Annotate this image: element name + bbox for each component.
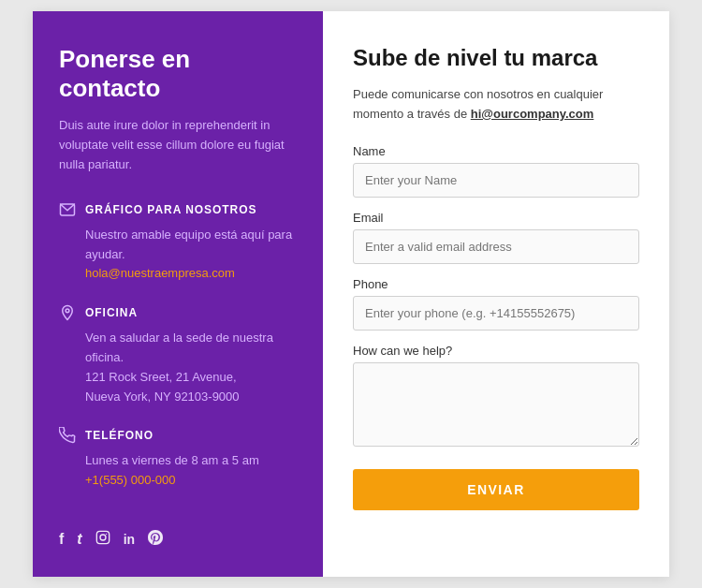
right-description: Puede comunicarse con nosotros en cualqu… <box>353 85 639 125</box>
graphic-section-body: Nuestro amable equipo está aquí para ayu… <box>59 226 297 284</box>
left-description: Duis aute irure dolor in reprehenderit i… <box>59 116 297 174</box>
graphic-section-title: GRÁFICO PARA NOSOTROS <box>85 203 257 216</box>
envelope-icon <box>59 201 76 218</box>
name-input[interactable] <box>353 163 639 198</box>
phone-number[interactable]: +1(555) 000-000 <box>85 471 297 491</box>
svg-rect-2 <box>96 531 109 543</box>
contact-section-graphic: GRÁFICO PARA NOSOTROS Nuestro amable equ… <box>59 201 297 284</box>
pinterest-icon[interactable] <box>148 530 163 549</box>
message-form-group: How can we help? <box>353 344 639 450</box>
contact-section-office: OFICINA Ven a saludar a la sede de nuest… <box>59 304 297 406</box>
name-label: Name <box>353 144 639 158</box>
email-label: Email <box>353 211 639 225</box>
section-header-office: OFICINA <box>59 304 297 321</box>
section-header-phone: TELÉFONO <box>59 427 297 444</box>
social-bar: f t in <box>59 511 297 549</box>
left-content: Ponerse en contacto Duis aute irure dolo… <box>59 45 297 511</box>
pin-icon <box>59 304 76 321</box>
email-form-group: Email <box>353 211 639 264</box>
twitter-icon[interactable]: t <box>77 531 81 548</box>
phone-label: Phone <box>353 277 639 291</box>
section-header-graphic: GRÁFICO PARA NOSOTROS <box>59 201 297 218</box>
graphic-body-text: Nuestro amable equipo está aquí para ayu… <box>85 226 297 265</box>
office-section-body: Ven a saludar a la sede de nuestra ofici… <box>59 329 297 406</box>
phone-section-body: Lunes a viernes de 8 am a 5 am +1(555) 0… <box>59 451 297 491</box>
phone-form-group: Phone <box>353 277 639 331</box>
message-label: How can we help? <box>353 344 639 358</box>
office-address1: 121 Rock Sreet, 21 Avenue, <box>85 368 297 388</box>
office-address2: Nueva York, NY 92103-9000 <box>85 388 297 407</box>
phone-section-title: TELÉFONO <box>85 429 154 442</box>
message-textarea[interactable] <box>353 362 639 447</box>
right-panel: Sube de nivel tu marca Puede comunicarse… <box>323 11 669 577</box>
linkedin-icon[interactable]: in <box>124 532 135 547</box>
email-input[interactable] <box>353 229 639 264</box>
instagram-icon[interactable] <box>95 530 110 549</box>
main-container: Ponerse en contacto Duis aute irure dolo… <box>33 11 669 577</box>
contact-section-phone: TELÉFONO Lunes a viernes de 8 am a 5 am … <box>59 427 297 491</box>
phone-body-text: Lunes a viernes de 8 am a 5 am <box>85 451 297 471</box>
left-title: Ponerse en contacto <box>59 45 297 103</box>
name-form-group: Name <box>353 144 639 198</box>
office-section-title: OFICINA <box>85 306 138 319</box>
svg-point-3 <box>100 535 106 540</box>
phone-icon <box>59 427 76 444</box>
svg-point-4 <box>106 534 107 535</box>
phone-input[interactable] <box>353 296 639 331</box>
office-body-text: Ven a saludar a la sede de nuestra ofici… <box>85 329 297 368</box>
graphic-email[interactable]: hola@nuestraempresa.com <box>85 264 297 284</box>
left-panel: Ponerse en contacto Duis aute irure dolo… <box>33 11 323 577</box>
right-title: Sube de nivel tu marca <box>353 45 639 72</box>
submit-button[interactable]: ENVIAR <box>353 469 639 510</box>
facebook-icon[interactable]: f <box>59 531 64 548</box>
svg-point-1 <box>66 309 69 313</box>
contact-email-link[interactable]: hi@ourcompany.com <box>471 107 594 121</box>
